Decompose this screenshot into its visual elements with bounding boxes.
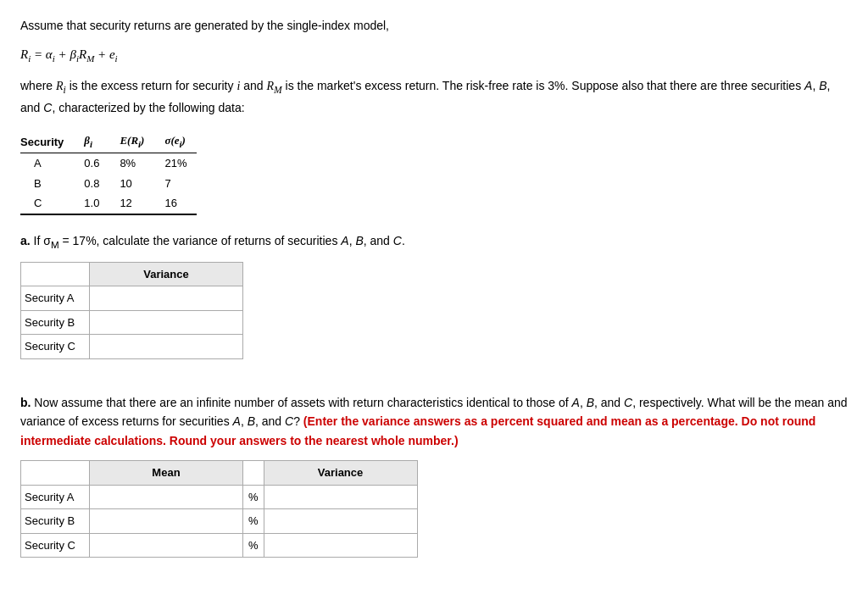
part-b-row-b-label: Security B (21, 509, 90, 534)
cell-er-a: 8% (109, 153, 154, 174)
part-b-percent-c: % (242, 533, 264, 558)
col-header-sigma-ei: σ(ei) (154, 131, 197, 153)
cell-sigma-a: 21% (154, 153, 197, 174)
table-row: C 1.0 12 16 (20, 193, 197, 214)
table-row: Security C (21, 335, 243, 359)
part-a-row-c-input[interactable] (89, 335, 242, 359)
part-a-row-b-label: Security B (21, 310, 90, 335)
part-a-label: a. If σM = 17%, calculate the variance o… (20, 232, 848, 252)
table-row: Security B % (21, 509, 418, 534)
cell-sigma-c: 16 (154, 193, 197, 214)
variance-input-b[interactable] (90, 313, 242, 332)
description-text: where Ri is the excess return for securi… (20, 76, 848, 118)
part-b-header-row: Mean Variance (21, 461, 418, 486)
col-header-expected-return: E(Ri) (109, 131, 154, 153)
part-a-row-a-input[interactable] (89, 286, 242, 311)
part-b-row-a-mean-input[interactable] (89, 485, 242, 509)
intro-text: Assume that security returns are generat… (20, 17, 848, 35)
mean-input-c[interactable] (90, 536, 242, 555)
part-b-row-b-mean-input[interactable] (89, 509, 242, 534)
part-b-table: Mean Variance Security A % Security B % (20, 460, 418, 558)
col-header-beta: βi (74, 131, 109, 153)
cell-er-c: 12 (109, 193, 154, 214)
part-a-section: a. If σM = 17%, calculate the variance o… (20, 232, 848, 359)
part-a-variance-header: Variance (89, 262, 242, 286)
part-b-variance-input-b[interactable] (264, 511, 417, 530)
table-header-row: Security βi E(Ri) σ(ei) (20, 131, 197, 153)
part-b-row-b-variance-input[interactable] (264, 509, 417, 534)
cell-er-b: 10 (109, 174, 154, 194)
part-a-row-c-label: Security C (21, 335, 90, 359)
intro-paragraph: Assume that security returns are generat… (20, 17, 848, 117)
part-a-table: Variance Security A Security B Security … (20, 262, 243, 359)
part-b-row-a-label: Security A (21, 485, 90, 509)
part-b-row-c-variance-input[interactable] (264, 533, 417, 558)
part-b-row-c-label: Security C (21, 533, 90, 558)
table-row: Security B (21, 310, 243, 335)
mean-input-a[interactable] (90, 487, 242, 507)
table-row: B 0.8 10 7 (20, 174, 197, 194)
part-b-section: b. Now assume that there are an infinite… (20, 393, 848, 450)
table-row: Security C % (21, 533, 418, 558)
cell-security-a: A (20, 153, 74, 174)
part-b-label: b. Now assume that there are an infinite… (20, 393, 848, 450)
part-b-variance-input-a[interactable] (264, 487, 417, 507)
col-header-security: Security (20, 131, 74, 153)
variance-input-c[interactable] (90, 337, 242, 357)
part-b-row-a-variance-input[interactable] (264, 485, 417, 509)
formula-display: Ri = αi + βiRM + ei (20, 45, 848, 66)
part-a-header-row: Variance (21, 262, 243, 286)
table-row: A 0.6 8% 21% (20, 153, 197, 174)
mean-input-b[interactable] (90, 511, 242, 530)
variance-input-a[interactable] (90, 289, 242, 308)
cell-beta-a: 0.6 (74, 153, 109, 174)
cell-beta-c: 1.0 (74, 193, 109, 214)
part-b-percent-col (242, 461, 264, 486)
part-b-variance-header: Variance (264, 461, 417, 486)
part-b-variance-input-c[interactable] (264, 536, 417, 555)
table-row: Security A (21, 286, 243, 311)
cell-security-b: B (20, 174, 74, 194)
part-b-label-col (21, 461, 90, 486)
part-b-percent-b: % (242, 509, 264, 534)
cell-sigma-b: 7 (154, 174, 197, 194)
part-b-percent-a: % (242, 485, 264, 509)
part-a-row-a-label: Security A (21, 286, 90, 311)
part-a-label-col (21, 262, 90, 286)
cell-beta-b: 0.8 (74, 174, 109, 194)
part-a-row-b-input[interactable] (89, 310, 242, 335)
part-b-mean-header: Mean (89, 461, 242, 486)
cell-security-c: C (20, 193, 74, 214)
given-data-table: Security βi E(Ri) σ(ei) A 0.6 8% 21% B 0… (20, 131, 197, 214)
part-b-row-c-mean-input[interactable] (89, 533, 242, 558)
table-row: Security A % (21, 485, 418, 509)
